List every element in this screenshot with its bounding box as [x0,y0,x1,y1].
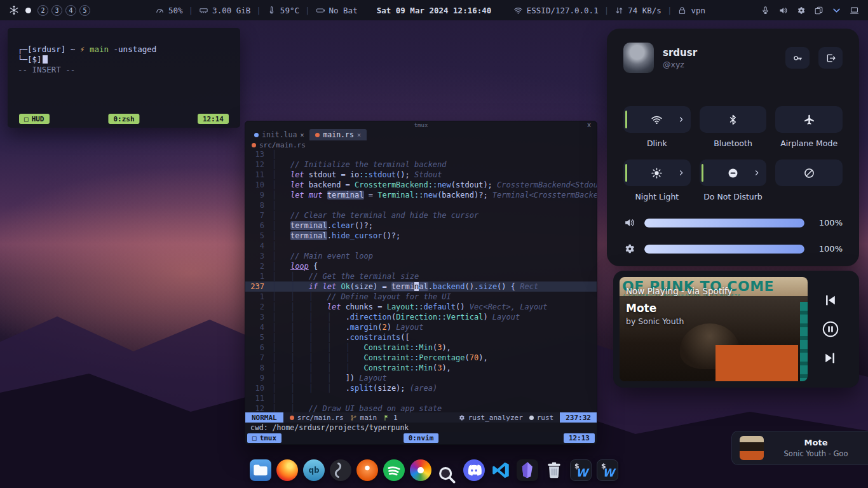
code-line: 12│ │ // Draw UI based on app state [245,403,597,412]
terminal-window[interactable]: ┌─[srdusr] ~ ⚡ main -unstaged └─[$] -- I… [8,28,240,128]
code-line: 9│ │ │ │ ]) Layout [245,373,597,383]
vscode-dock-icon[interactable] [490,459,512,481]
firefox-dock-icon[interactable] [276,459,298,481]
code-line: 4│ [245,241,597,251]
workspace-numbers: 2345 [37,5,90,16]
prompt-close: ] [61,44,66,54]
nvim-session-badge[interactable]: 0:nvim [403,433,439,443]
launcher-dock-icon[interactable] [356,459,378,481]
tab-close-icon[interactable]: × [300,132,304,139]
chevron-right-icon[interactable] [677,169,685,177]
window-glyph-icon: □ [252,434,257,442]
chevron-right-icon[interactable] [677,116,685,123]
code-lines[interactable]: 13│ 12│ // Initialize the terminal backe… [245,149,597,412]
settings-icon[interactable] [796,6,806,15]
tray-icons [761,6,859,15]
code-line: 3│ // Main event loop [245,251,597,261]
workspace-area: 2345 50% | 3.00 GiB | 59°C | No Bat [9,5,358,16]
pause-button[interactable] [821,320,840,339]
separator: | [667,6,672,15]
album-art-orange-block [715,345,798,381]
tab-bar: init.lua×main.rs× [245,129,597,140]
password-key-button[interactable] [785,47,810,69]
toggle-night-light[interactable] [623,159,691,186]
tmux-badge[interactable]: □tmux [247,433,281,443]
tab-main.rs[interactable]: main.rs× [309,129,367,140]
winapp2-dock-icon[interactable]: $W [597,459,618,481]
editor-tmux-statusbar: □tmux 0:nvim 12:13 [245,432,597,444]
git-branch-icon [350,414,357,421]
statusline-file: src/main.rs [290,414,344,422]
toggle-extra[interactable] [775,159,843,186]
separator: | [604,6,609,15]
brightness-slider[interactable] [644,245,804,254]
clipboard-icon[interactable] [814,6,824,15]
clock[interactable]: Sat 09 Mar 2024 12:16:40 [377,6,492,15]
hud-badge[interactable]: □HUD [19,114,50,124]
toggle-do-not-disturb[interactable] [700,159,767,186]
code-line: 5│ │ │ │ .constraints([ [245,332,597,342]
qutebrowser-dock-icon[interactable]: qb [303,459,325,481]
files-dock-icon[interactable] [250,459,271,481]
toggle-grid: DlinkBluetoothAirplane ModeNight LightDo… [623,106,843,213]
code-line: 1│ │ │ // Define layout for the UI [245,292,597,302]
zsh-session-badge[interactable]: 0:zsh [108,114,139,124]
top-bar: 2345 50% | 3.00 GiB | 59°C | No Bat Sat … [0,0,868,20]
volume-icon[interactable] [778,6,788,15]
chevron-down-icon[interactable] [832,6,841,15]
cursor-position: 237:32 [560,412,597,423]
netspeed-value: 74 KB/s [628,6,661,15]
close-button[interactable]: x [587,121,591,128]
git-bolt-icon: ⚡ [80,44,85,54]
screen-layout-icon[interactable] [850,6,859,15]
previous-track-button[interactable] [822,292,838,308]
dock: qb$W$W [250,454,618,486]
now-playing-source: Now Playing - via Spotify [626,286,803,296]
tmux-statusbar: □HUD 0:zsh 12:14 [8,114,240,124]
next-track-button[interactable] [822,350,838,366]
toggle-airplane-mode[interactable] [775,106,843,133]
winapp-dock-icon[interactable]: $W [570,459,592,481]
workspace-5[interactable]: 5 [79,5,90,16]
vpn-stat[interactable]: vpn [677,6,705,15]
logout-button[interactable] [818,47,843,69]
workspace-active-dot[interactable] [25,8,31,13]
obsidian-dock-icon[interactable] [517,459,538,481]
logout-icon [825,53,836,64]
distro-logo-icon[interactable] [9,5,19,15]
terminal-dock-icon[interactable] [330,459,351,481]
window-glyph-icon: □ [24,115,29,123]
notification-popup[interactable]: Mote Sonic Youth - Goo [731,431,868,465]
window-titlebar: tmux x [245,121,597,129]
media-player-card: OF PUNK TO COME A CHIMERICAL BOMBINATION… [613,271,859,388]
status-area: ESSID/127.0.0.1 | 74 KB/s | vpn [513,6,859,15]
mic-icon[interactable] [761,6,770,15]
volume-slider[interactable] [644,219,804,227]
key-icon [792,53,803,64]
photos-dock-icon[interactable] [410,459,431,481]
ram-stat: 3.00 GiB [199,6,250,15]
editor-clock-badge: 12:13 [564,433,595,443]
toggle-dlink[interactable] [623,106,691,133]
workspace-2[interactable]: 2 [37,5,48,16]
spotify-dock-icon[interactable] [383,459,405,481]
editor-window[interactable]: tmux x init.lua×main.rs× src/main.rs 13│… [245,121,597,445]
trash-dock-icon[interactable] [543,459,565,481]
toggle-label: Dlink [647,139,667,148]
filetype-icon [315,133,320,137]
toggle-bluetooth[interactable] [700,106,767,133]
separator: | [256,6,261,15]
workspace-4[interactable]: 4 [65,5,76,16]
tab-init.lua[interactable]: init.lua× [248,129,309,140]
wifi-stat[interactable]: ESSID/127.0.0.1 [513,6,599,15]
tab-close-icon[interactable]: × [357,132,361,139]
workspace-3[interactable]: 3 [51,5,62,16]
terminal-content[interactable]: ┌─[srdusr] ~ ⚡ main -unstaged └─[$] -- I… [8,28,240,75]
cwd-line: cwd: /home/srdusr/projects/typerpunk [245,423,597,432]
statusline: NORMAL src/main.rs main 1 rust_analyzer … [245,412,597,423]
chevron-right-icon[interactable] [753,169,761,177]
discord-dock-icon[interactable] [463,459,485,481]
terminal-cursor [43,55,48,64]
search-dock-icon[interactable] [437,464,458,486]
vpn-label: vpn [691,6,705,15]
